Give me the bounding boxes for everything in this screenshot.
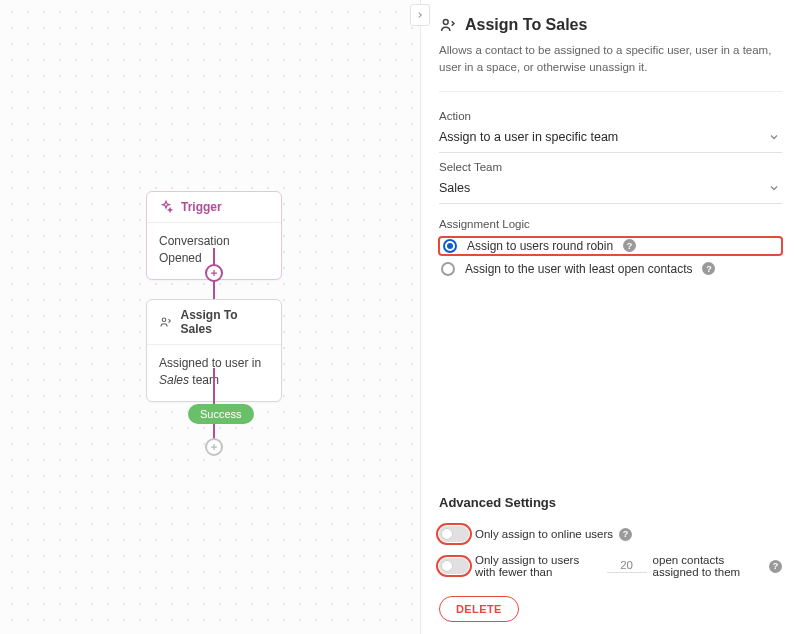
- toggle-label: Only assign to online users: [475, 528, 613, 540]
- toggle-switch[interactable]: [439, 558, 469, 574]
- sparkle-icon: [159, 200, 173, 214]
- add-step-button[interactable]: [205, 438, 223, 456]
- svg-point-0: [162, 318, 166, 322]
- radio-least-open[interactable]: Assign to the user with least open conta…: [439, 258, 782, 280]
- radio-round-robin[interactable]: Assign to users round robin ?: [439, 237, 782, 255]
- workflow-canvas[interactable]: Trigger Conversation Opened Assign To Sa…: [0, 0, 420, 634]
- chevron-down-icon: [768, 182, 780, 194]
- settings-panel: Assign To Sales Allows a contact to be a…: [420, 0, 800, 634]
- assign-node-title: Assign To Sales: [181, 308, 270, 336]
- help-icon[interactable]: ?: [623, 239, 636, 252]
- radio-label: Assign to the user with least open conta…: [465, 262, 692, 276]
- toggle-only-online: Only assign to online users ?: [439, 526, 782, 542]
- toggle-label-suffix: open contacts assigned to them: [653, 554, 763, 578]
- trigger-title: Trigger: [181, 200, 222, 214]
- team-select[interactable]: Sales: [439, 179, 782, 204]
- add-step-button[interactable]: [205, 264, 223, 282]
- divider: [439, 91, 782, 92]
- action-value: Assign to a user in specific team: [439, 130, 618, 144]
- assign-user-icon: [159, 315, 173, 329]
- chevron-right-icon: [415, 10, 425, 20]
- collapse-panel-button[interactable]: [410, 4, 430, 26]
- radio-input[interactable]: [441, 262, 455, 276]
- contacts-threshold-input[interactable]: [607, 559, 647, 573]
- svg-point-1: [443, 20, 448, 25]
- help-icon[interactable]: ?: [702, 262, 715, 275]
- panel-description: Allows a contact to be assigned to a spe…: [439, 42, 782, 77]
- assignment-logic-label: Assignment Logic: [439, 218, 782, 230]
- action-select[interactable]: Assign to a user in specific team: [439, 128, 782, 153]
- assign-user-icon: [439, 16, 457, 34]
- delete-button[interactable]: DELETE: [439, 596, 519, 622]
- team-value: Sales: [439, 181, 470, 195]
- radio-label: Assign to users round robin: [467, 239, 613, 253]
- help-icon[interactable]: ?: [769, 560, 782, 573]
- panel-title: Assign To Sales: [439, 16, 782, 34]
- success-badge: Success: [188, 404, 254, 424]
- help-icon[interactable]: ?: [619, 528, 632, 541]
- radio-input[interactable]: [443, 239, 457, 253]
- toggle-label-prefix: Only assign to users with fewer than: [475, 554, 601, 578]
- action-label: Action: [439, 110, 782, 122]
- connector-line: [213, 368, 215, 404]
- toggle-fewer-contacts: Only assign to users with fewer than ope…: [439, 554, 782, 578]
- toggle-switch[interactable]: [439, 526, 469, 542]
- advanced-settings-title: Advanced Settings: [439, 495, 782, 510]
- team-label: Select Team: [439, 161, 782, 173]
- chevron-down-icon: [768, 131, 780, 143]
